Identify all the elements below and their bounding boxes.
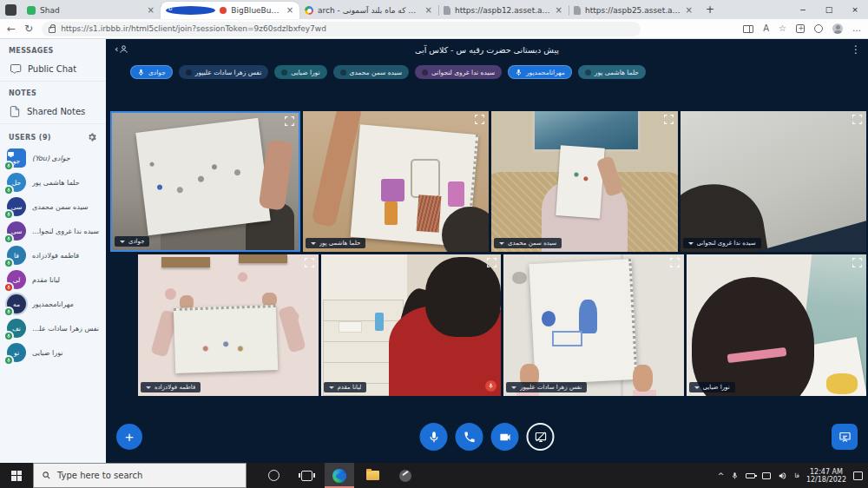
webcam-name-tag[interactable]: لیانا مقدم [324,382,367,392]
read-aloud-icon[interactable]: A [763,23,769,34]
talking-pill[interactable]: جوادی [130,65,173,79]
task-view-icon[interactable] [292,463,321,488]
webcam-name-tag[interactable]: نورا ضیایی [689,382,735,392]
battery-icon[interactable] [746,473,755,478]
pill-name: نورا ضیایی [291,69,319,76]
bbb-sidebar: MESSAGES Public Chat NOTES Shared Notes … [0,39,106,463]
network-icon[interactable] [762,472,771,479]
leave-audio-button[interactable] [456,423,483,451]
user-list-item[interactable]: مه مهرانامحمدپور [0,292,106,316]
tab-aparat-2[interactable]: https://aspb25.asset.aparat.com × [569,2,699,19]
profile-avatar[interactable] [832,23,843,34]
actions-plus-button[interactable]: + [116,424,142,450]
taskbar-clock[interactable]: 12:47 AM 12/18/2022 [806,468,846,484]
file-explorer-icon[interactable] [358,463,387,488]
maximize-button[interactable]: □ [816,0,842,19]
input-language-indicator[interactable]: فا [794,472,799,479]
fullscreen-icon[interactable] [669,257,681,268]
drawing-paper [556,145,605,218]
tab-shad[interactable]: Shad × [22,2,161,19]
user-list-item[interactable]: لی لیانا مقدم [0,267,106,292]
user-list-item[interactable]: حل حلما هاشمی پور [0,170,106,195]
tab-close-icon[interactable]: × [286,6,294,15]
mic-status-badge [3,209,14,220]
hidden-icons-chevron[interactable]: ^ [718,472,725,480]
settings-menu-icon[interactable]: … [852,23,861,34]
mic-status-badge [3,307,14,317]
user-list-item[interactable]: فا فاطمه فولادزاده [0,243,106,267]
edge-taskbar-icon[interactable] [325,463,354,488]
tab-google-search[interactable]: arch - کلیپ تو که ماه بلند آسمونی × [299,2,438,19]
sidebar-item-shared-notes[interactable]: Shared Notes [0,100,106,124]
options-menu-icon[interactable]: ⋮ [851,43,861,56]
mute-microphone-button[interactable] [420,423,448,451]
fullscreen-icon[interactable] [852,114,863,125]
webcam-name-tag[interactable]: سیده ندا غروی لنجوانی [683,238,761,248]
muted-dot-icon [585,69,591,76]
shad-favicon [27,6,36,15]
gear-icon[interactable] [87,132,97,142]
refresh-button[interactable]: ↻ [24,23,33,34]
new-tab-button[interactable]: + [702,2,718,17]
chevron-down-icon [329,386,334,389]
paint-app-icon[interactable] [391,463,420,488]
restore-presentation-button[interactable] [832,424,858,450]
system-tray: ^ فا 12:47 AM 12/18/2022 [718,463,863,488]
webcam-name-tag[interactable]: فاطمه فولادزاده [141,382,201,392]
user-list-item[interactable]: سی سیده ندا غروی لنجوانی [0,219,106,243]
tab-bigbluebutton[interactable]: BigBlueButton - کلاس آبی × [161,2,299,19]
taskbar-search-input[interactable]: Type here to search [33,463,247,488]
webcam-name-tag[interactable]: حلما هاشمی پور [306,238,366,248]
webcam-button[interactable] [491,423,519,451]
tissue-box [339,321,362,333]
talking-pill[interactable]: نورا ضیایی [274,65,326,79]
collections-icon[interactable] [796,24,805,33]
fullscreen-icon[interactable] [486,257,497,268]
sidebar-item-public-chat[interactable]: Public Chat [0,57,106,82]
favorites-icon[interactable]: ☆ [779,23,786,34]
tab-aparat-1[interactable]: https://aspb12.asset.aparat.com × [438,2,569,19]
talking-pill[interactable]: حلما هاشمی پور [578,65,646,79]
fullscreen-icon[interactable] [474,114,485,125]
tray-mic-icon[interactable] [731,472,739,480]
webcam-name-tag[interactable]: سیده سمن محمدی [494,238,562,248]
workspace-icon[interactable] [5,4,16,16]
fullscreen-icon[interactable] [284,115,295,127]
user-list-item[interactable]: نو نورا ضیایی [0,340,106,365]
wall-shelf [161,257,210,267]
browser-essentials-icon[interactable] [814,24,823,33]
webcam-name-tag[interactable]: جوادی [115,236,149,247]
fullscreen-icon[interactable] [663,114,674,125]
user-list-item[interactable]: نف نفس زهرا سادات علیپور [0,316,106,340]
user-list-item[interactable]: سی سیده سمن محمدی [0,195,106,219]
screenshare-button[interactable] [527,423,555,451]
tab-close-icon[interactable]: × [685,6,694,15]
close-button[interactable]: × [842,0,868,19]
fullscreen-icon[interactable] [304,257,315,268]
minimize-button[interactable]: − [790,0,816,19]
webcam-name-tag[interactable]: نفس زهرا سادات علیپور [506,382,587,392]
drawing-shape [411,159,440,198]
split-screen-icon[interactable] [743,25,753,33]
start-button[interactable] [0,463,33,488]
user-list-item[interactable]: جو جوادی (You) [0,146,106,170]
talking-pill[interactable]: سیده ندا غروی لنجوانی [415,65,502,79]
action-center-icon[interactable] [853,472,863,480]
cortana-icon[interactable] [259,463,288,488]
volume-icon[interactable] [778,472,787,480]
tab-close-icon[interactable]: × [424,6,433,15]
avatar-initials: حل [12,179,21,187]
back-button[interactable]: ← [7,23,16,34]
mic-icon [515,69,523,76]
child-hair [425,257,501,336]
tab-close-icon[interactable]: × [147,6,155,15]
tab-close-icon[interactable]: × [555,6,563,15]
windows-logo-icon [11,471,22,481]
fullscreen-icon[interactable] [852,257,863,268]
talking-pill[interactable]: مهرانامحمدپور [508,65,572,79]
meeting-title: پیش دبستانی حضرت رقیه س - کلاس آبی [106,45,868,55]
talking-pill[interactable]: سیده سمن محمدی [333,65,410,79]
talking-pill[interactable]: نفس زهرا سادات علیپور [179,65,268,79]
avatar-initials: لی [13,276,21,284]
address-bar[interactable]: https://s1.irbbb.ir/html5client/join?ses… [42,22,641,36]
